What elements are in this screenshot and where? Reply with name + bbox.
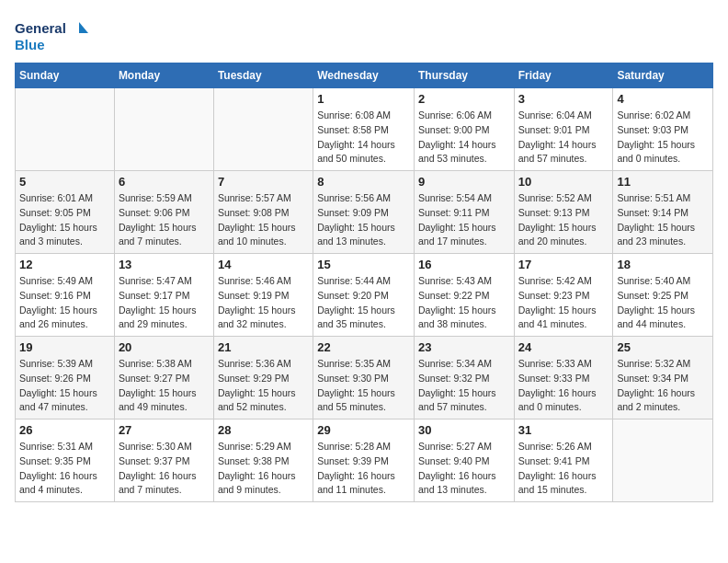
calendar-week-2: 12Sunrise: 5:49 AM Sunset: 9:16 PM Dayli…: [16, 254, 713, 337]
calendar-week-0: 1Sunrise: 6:08 AM Sunset: 8:58 PM Daylig…: [16, 88, 713, 171]
day-info: Sunrise: 5:46 AM Sunset: 9:19 PM Dayligh…: [218, 274, 309, 332]
svg-text:General: General: [15, 20, 66, 36]
day-info: Sunrise: 5:38 AM Sunset: 9:27 PM Dayligh…: [119, 357, 210, 415]
calendar-day: 4Sunrise: 6:02 AM Sunset: 9:03 PM Daylig…: [613, 88, 713, 171]
day-info: Sunrise: 5:36 AM Sunset: 9:29 PM Dayligh…: [218, 357, 309, 415]
day-number: 6: [119, 175, 210, 189]
day-header-saturday: Saturday: [613, 63, 713, 88]
day-number: 28: [218, 423, 309, 437]
day-info: Sunrise: 5:54 AM Sunset: 9:11 PM Dayligh…: [418, 191, 510, 249]
day-info: Sunrise: 6:04 AM Sunset: 9:01 PM Dayligh…: [518, 109, 609, 167]
page-header: General Blue: [15, 15, 713, 55]
day-number: 17: [518, 258, 609, 271]
calendar-day: 7Sunrise: 5:57 AM Sunset: 9:08 PM Daylig…: [213, 171, 313, 254]
day-info: Sunrise: 5:56 AM Sunset: 9:09 PM Dayligh…: [317, 191, 410, 249]
calendar-table: SundayMondayTuesdayWednesdayThursdayFrid…: [15, 63, 713, 502]
calendar-day: 14Sunrise: 5:46 AM Sunset: 9:19 PM Dayli…: [213, 254, 313, 337]
calendar-day: 31Sunrise: 5:26 AM Sunset: 9:41 PM Dayli…: [514, 419, 613, 502]
calendar-day: 28Sunrise: 5:29 AM Sunset: 9:38 PM Dayli…: [213, 419, 313, 502]
calendar-day: 30Sunrise: 5:27 AM Sunset: 9:40 PM Dayli…: [414, 419, 514, 502]
day-number: 11: [617, 175, 709, 189]
calendar-day: [114, 88, 213, 171]
calendar-day: 16Sunrise: 5:43 AM Sunset: 9:22 PM Dayli…: [414, 254, 514, 337]
day-header-tuesday: Tuesday: [213, 63, 313, 88]
calendar-day: 27Sunrise: 5:30 AM Sunset: 9:37 PM Dayli…: [114, 419, 213, 502]
calendar-day: 1Sunrise: 6:08 AM Sunset: 8:58 PM Daylig…: [313, 88, 415, 171]
day-info: Sunrise: 5:43 AM Sunset: 9:22 PM Dayligh…: [418, 274, 510, 332]
calendar-day: 20Sunrise: 5:38 AM Sunset: 9:27 PM Dayli…: [114, 337, 213, 419]
day-number: 25: [617, 340, 709, 354]
day-info: Sunrise: 5:27 AM Sunset: 9:40 PM Dayligh…: [418, 440, 510, 498]
calendar-day: 5Sunrise: 6:01 AM Sunset: 9:05 PM Daylig…: [16, 171, 115, 254]
day-number: 20: [119, 340, 210, 354]
logo-svg: General Blue: [15, 15, 88, 55]
calendar-day: 23Sunrise: 5:34 AM Sunset: 9:32 PM Dayli…: [414, 337, 514, 419]
day-info: Sunrise: 5:32 AM Sunset: 9:34 PM Dayligh…: [617, 357, 709, 415]
calendar-day: 18Sunrise: 5:40 AM Sunset: 9:25 PM Dayli…: [613, 254, 713, 337]
day-number: 21: [218, 340, 309, 354]
day-number: 5: [19, 175, 110, 189]
day-info: Sunrise: 5:57 AM Sunset: 9:08 PM Dayligh…: [218, 191, 309, 249]
day-info: Sunrise: 6:02 AM Sunset: 9:03 PM Dayligh…: [617, 109, 709, 167]
day-number: 9: [418, 175, 510, 189]
day-number: 14: [218, 258, 309, 271]
day-number: 1: [317, 92, 410, 106]
day-number: 2: [418, 92, 510, 106]
calendar-day: 25Sunrise: 5:32 AM Sunset: 9:34 PM Dayli…: [613, 337, 713, 419]
svg-text:Blue: Blue: [15, 37, 45, 52]
day-info: Sunrise: 5:42 AM Sunset: 9:23 PM Dayligh…: [518, 274, 609, 332]
calendar-day: [613, 419, 713, 502]
day-number: 13: [119, 258, 210, 271]
day-number: 4: [617, 92, 709, 106]
calendar-day: 29Sunrise: 5:28 AM Sunset: 9:39 PM Dayli…: [313, 419, 415, 502]
day-header-sunday: Sunday: [16, 63, 115, 88]
day-number: 27: [119, 423, 210, 437]
day-number: 31: [518, 423, 609, 437]
day-header-wednesday: Wednesday: [313, 63, 415, 88]
calendar-day: 15Sunrise: 5:44 AM Sunset: 9:20 PM Dayli…: [313, 254, 415, 337]
calendar-day: 8Sunrise: 5:56 AM Sunset: 9:09 PM Daylig…: [313, 171, 415, 254]
day-number: 30: [418, 423, 510, 437]
calendar-week-4: 26Sunrise: 5:31 AM Sunset: 9:35 PM Dayli…: [16, 419, 713, 502]
calendar-day: 12Sunrise: 5:49 AM Sunset: 9:16 PM Dayli…: [16, 254, 115, 337]
day-info: Sunrise: 5:40 AM Sunset: 9:25 PM Dayligh…: [617, 274, 709, 332]
day-info: Sunrise: 6:01 AM Sunset: 9:05 PM Dayligh…: [19, 191, 110, 249]
calendar-day: 26Sunrise: 5:31 AM Sunset: 9:35 PM Dayli…: [16, 419, 115, 502]
day-number: 24: [518, 340, 609, 354]
calendar-day: 13Sunrise: 5:47 AM Sunset: 9:17 PM Dayli…: [114, 254, 213, 337]
day-number: 26: [19, 423, 110, 437]
calendar-day: 10Sunrise: 5:52 AM Sunset: 9:13 PM Dayli…: [514, 171, 613, 254]
svg-marker-2: [79, 22, 88, 33]
day-number: 8: [317, 175, 410, 189]
day-header-friday: Friday: [514, 63, 613, 88]
day-info: Sunrise: 5:33 AM Sunset: 9:33 PM Dayligh…: [518, 357, 609, 415]
calendar-day: 21Sunrise: 5:36 AM Sunset: 9:29 PM Dayli…: [213, 337, 313, 419]
day-info: Sunrise: 5:59 AM Sunset: 9:06 PM Dayligh…: [119, 191, 210, 249]
day-header-monday: Monday: [114, 63, 213, 88]
calendar-week-1: 5Sunrise: 6:01 AM Sunset: 9:05 PM Daylig…: [16, 171, 713, 254]
calendar-day: 2Sunrise: 6:06 AM Sunset: 9:00 PM Daylig…: [414, 88, 514, 171]
day-header-thursday: Thursday: [414, 63, 514, 88]
day-number: 10: [518, 175, 609, 189]
day-info: Sunrise: 5:49 AM Sunset: 9:16 PM Dayligh…: [19, 274, 110, 332]
day-number: 22: [317, 340, 410, 354]
day-number: 19: [19, 340, 110, 354]
calendar-day: 17Sunrise: 5:42 AM Sunset: 9:23 PM Dayli…: [514, 254, 613, 337]
day-info: Sunrise: 5:34 AM Sunset: 9:32 PM Dayligh…: [418, 357, 510, 415]
day-number: 18: [617, 258, 709, 271]
day-info: Sunrise: 6:06 AM Sunset: 9:00 PM Dayligh…: [418, 109, 510, 167]
day-info: Sunrise: 5:39 AM Sunset: 9:26 PM Dayligh…: [19, 357, 110, 415]
calendar-day: 24Sunrise: 5:33 AM Sunset: 9:33 PM Dayli…: [514, 337, 613, 419]
calendar-week-3: 19Sunrise: 5:39 AM Sunset: 9:26 PM Dayli…: [16, 337, 713, 419]
day-number: 3: [518, 92, 609, 106]
calendar-day: [213, 88, 313, 171]
calendar-day: [16, 88, 115, 171]
day-number: 29: [317, 423, 410, 437]
day-number: 12: [19, 258, 110, 271]
day-info: Sunrise: 5:31 AM Sunset: 9:35 PM Dayligh…: [19, 440, 110, 498]
day-info: Sunrise: 5:26 AM Sunset: 9:41 PM Dayligh…: [518, 440, 609, 498]
day-number: 7: [218, 175, 309, 189]
day-info: Sunrise: 5:29 AM Sunset: 9:38 PM Dayligh…: [218, 440, 309, 498]
day-info: Sunrise: 5:47 AM Sunset: 9:17 PM Dayligh…: [119, 274, 210, 332]
day-info: Sunrise: 5:52 AM Sunset: 9:13 PM Dayligh…: [518, 191, 609, 249]
